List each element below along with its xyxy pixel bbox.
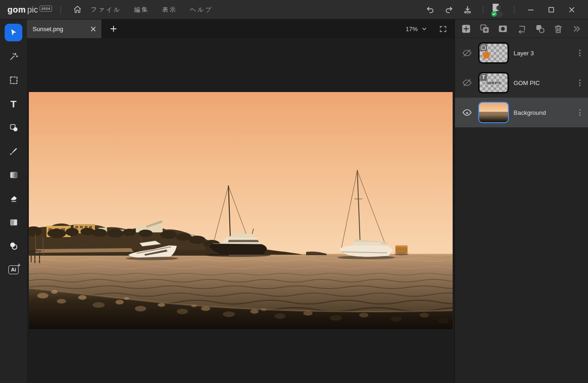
layers-panel: Layer 3 T GOM PIC GOM PIC	[454, 20, 588, 383]
chevron-down-icon[interactable]	[421, 26, 427, 32]
layer-row-gompic[interactable]: T GOM PIC GOM PIC	[455, 68, 588, 98]
download-icon	[463, 5, 472, 14]
layer-menu-button[interactable]	[575, 106, 584, 119]
eraser-tool[interactable]	[5, 190, 22, 207]
add-layer-icon	[461, 24, 471, 34]
layer-mask-button[interactable]	[497, 23, 508, 34]
shape-tool[interactable]	[5, 119, 22, 136]
shape-layer-badge-icon	[480, 44, 487, 51]
shape-icon	[9, 123, 19, 132]
main-area: T	[0, 20, 588, 383]
mosaic-icon	[9, 218, 19, 227]
tool-sidebar: T	[0, 20, 27, 383]
undo-button[interactable]	[422, 3, 438, 17]
workspace: Sunset.png 17%	[27, 20, 454, 383]
redo-button[interactable]	[441, 3, 457, 17]
transform-layer-icon	[516, 24, 527, 34]
trash-icon	[553, 24, 563, 34]
menu-file[interactable]: ファイル	[85, 3, 127, 17]
titlebar-divider	[514, 6, 514, 14]
layer-mask-icon	[498, 24, 508, 34]
layer-menu-button[interactable]	[575, 76, 584, 89]
magic-wand-icon	[9, 52, 19, 61]
brush-tool[interactable]	[5, 142, 22, 160]
home-icon	[73, 5, 82, 14]
account-button[interactable]	[491, 3, 507, 17]
visibility-off-button[interactable]	[461, 76, 474, 89]
menu-edit[interactable]: 編集	[129, 3, 155, 17]
color-circles-icon	[8, 241, 19, 251]
merge-shapes-icon	[535, 24, 545, 34]
ai-tool[interactable]: Ai +	[5, 261, 22, 278]
brush-icon	[9, 146, 19, 156]
text-layer-badge-icon: T	[480, 74, 487, 81]
panel-expand-button[interactable]	[571, 23, 582, 34]
gom-pic-window: gom pic 2024 ファイル 編集 表示 ヘルプ	[0, 0, 588, 383]
logo-version-badge: 2024	[40, 6, 53, 12]
new-tab-button[interactable]	[104, 20, 123, 38]
logo-brand: gom	[7, 5, 26, 14]
cursor-icon	[9, 28, 18, 37]
visibility-off-button[interactable]	[461, 46, 474, 59]
close-button[interactable]	[563, 3, 581, 17]
layer-row-layer3[interactable]: Layer 3	[455, 38, 588, 68]
orange-structure	[394, 245, 408, 256]
layer-name: Background	[514, 109, 570, 116]
menu-help[interactable]: ヘルプ	[185, 3, 219, 17]
redo-icon	[444, 5, 454, 14]
canvas-area[interactable]	[27, 38, 454, 383]
titlebar-divider	[483, 6, 483, 14]
layer-thumbnail[interactable]: T GOM PIC	[478, 72, 509, 93]
maximize-button[interactable]	[542, 3, 560, 17]
tab-sunset[interactable]: Sunset.png	[27, 20, 101, 38]
layer-name: GOM PIC	[514, 79, 570, 86]
minimize-button[interactable]	[522, 3, 540, 17]
chevrons-right-icon	[573, 26, 581, 32]
logo-product: pic	[27, 5, 38, 14]
delete-layer-button[interactable]	[553, 23, 564, 34]
eye-off-icon	[462, 78, 472, 88]
eye-icon	[462, 107, 472, 118]
layers-list: Layer 3 T GOM PIC GOM PIC	[455, 38, 588, 127]
menu-view[interactable]: 表示	[157, 3, 183, 17]
add-layer-button[interactable]	[461, 23, 472, 34]
maximize-icon	[548, 7, 555, 13]
layer-menu-button[interactable]	[575, 46, 584, 59]
move-tool[interactable]	[5, 24, 22, 41]
merge-shapes-button[interactable]	[535, 23, 546, 34]
gradient-tool[interactable]	[5, 166, 22, 184]
color-blend-tool[interactable]	[5, 237, 22, 255]
home-button[interactable]	[69, 3, 85, 17]
ai-icon: Ai +	[8, 265, 19, 274]
text-tool-icon: T	[11, 99, 17, 109]
mosaic-tool[interactable]	[5, 213, 22, 231]
layer-thumbnail[interactable]	[478, 102, 509, 123]
layer-row-background[interactable]: Background	[455, 98, 588, 127]
verified-badge-icon	[491, 11, 497, 17]
layer-name: Layer 3	[514, 50, 570, 57]
document-tabstrip: Sunset.png 17%	[27, 20, 454, 38]
fit-screen-button[interactable]	[439, 25, 447, 33]
layer-thumbnail[interactable]	[478, 42, 509, 64]
duplicate-layer-button[interactable]	[479, 23, 490, 34]
zoom-level[interactable]: 17%	[406, 26, 418, 33]
visibility-on-button[interactable]	[461, 106, 474, 119]
marquee-select-tool[interactable]	[5, 71, 22, 89]
text-tool[interactable]: T	[5, 95, 22, 112]
layers-toolbar	[455, 20, 588, 38]
titlebar-actions	[422, 3, 581, 17]
zoom-controls: 17%	[406, 25, 454, 33]
eye-off-icon	[462, 48, 472, 58]
minimize-icon	[528, 7, 534, 13]
close-icon	[568, 7, 575, 13]
plus-icon	[110, 26, 117, 32]
transform-layer-button[interactable]	[516, 23, 527, 34]
tab-close-icon[interactable]	[91, 26, 96, 32]
menubar: ファイル 編集 表示 ヘルプ	[85, 3, 218, 17]
sunset-photo	[29, 92, 453, 329]
titlebar: gom pic 2024 ファイル 編集 表示 ヘルプ	[0, 0, 588, 20]
duplicate-layer-icon	[480, 24, 490, 34]
export-button[interactable]	[460, 3, 475, 17]
magic-wand-tool[interactable]	[5, 47, 22, 65]
undo-icon	[426, 5, 435, 14]
